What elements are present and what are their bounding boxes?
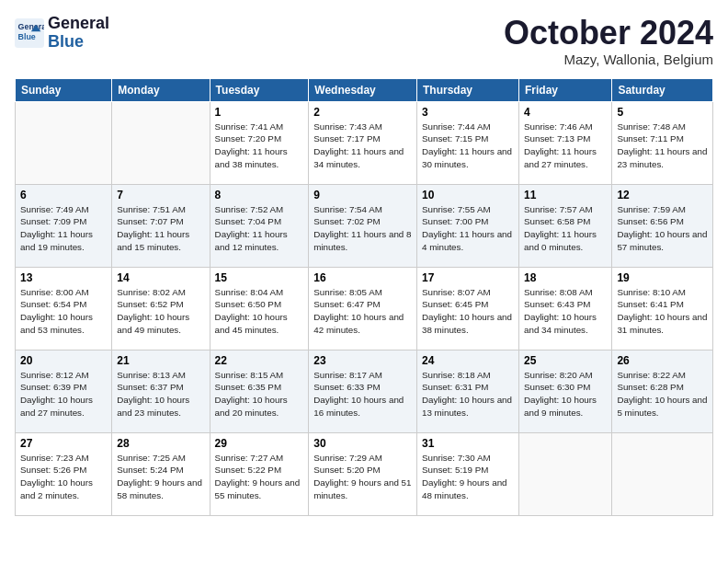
day-number: 2: [313, 106, 412, 119]
day-info: Sunrise: 7:52 AM Sunset: 7:04 PM Dayligh…: [215, 203, 304, 254]
logo-text: General Blue: [48, 15, 109, 52]
calendar-cell: [16, 101, 112, 184]
calendar-cell: 17Sunrise: 8:07 AM Sunset: 6:45 PM Dayli…: [416, 267, 518, 350]
calendar-cell: 25Sunrise: 8:20 AM Sunset: 6:30 PM Dayli…: [519, 350, 612, 432]
col-header-friday: Friday: [519, 78, 612, 101]
col-header-thursday: Thursday: [416, 78, 518, 101]
calendar-cell: 15Sunrise: 8:04 AM Sunset: 6:50 PM Dayli…: [210, 267, 309, 350]
day-info: Sunrise: 7:23 AM Sunset: 5:26 PM Dayligh…: [20, 452, 107, 502]
calendar-week-row: 1Sunrise: 7:41 AM Sunset: 7:20 PM Daylig…: [16, 101, 713, 184]
day-info: Sunrise: 7:48 AM Sunset: 7:11 PM Dayligh…: [617, 121, 708, 171]
day-number: 7: [117, 189, 204, 201]
calendar-cell: 9Sunrise: 7:54 AM Sunset: 7:02 PM Daylig…: [309, 184, 417, 267]
calendar-cell: 29Sunrise: 7:27 AM Sunset: 5:22 PM Dayli…: [210, 432, 309, 515]
day-info: Sunrise: 8:22 AM Sunset: 6:28 PM Dayligh…: [617, 369, 708, 419]
day-info: Sunrise: 7:41 AM Sunset: 7:20 PM Dayligh…: [215, 121, 304, 171]
day-number: 26: [617, 354, 708, 367]
col-header-sunday: Sunday: [16, 78, 112, 101]
calendar-cell: 5Sunrise: 7:48 AM Sunset: 7:11 PM Daylig…: [612, 101, 713, 184]
day-number: 27: [20, 437, 107, 450]
day-info: Sunrise: 8:00 AM Sunset: 6:54 PM Dayligh…: [20, 286, 107, 337]
day-info: Sunrise: 7:27 AM Sunset: 5:22 PM Dayligh…: [215, 452, 304, 502]
day-info: Sunrise: 8:13 AM Sunset: 6:37 PM Dayligh…: [117, 369, 204, 419]
day-number: 15: [215, 271, 304, 284]
calendar-cell: 30Sunrise: 7:29 AM Sunset: 5:20 PM Dayli…: [309, 432, 417, 515]
day-number: 29: [215, 437, 304, 450]
day-info: Sunrise: 8:12 AM Sunset: 6:39 PM Dayligh…: [20, 369, 107, 419]
day-info: Sunrise: 7:44 AM Sunset: 7:15 PM Dayligh…: [422, 121, 514, 171]
day-number: 13: [20, 271, 107, 284]
calendar-cell: 12Sunrise: 7:59 AM Sunset: 6:56 PM Dayli…: [612, 184, 713, 267]
page-header: General Blue General Blue October 2024 M…: [15, 15, 713, 67]
col-header-saturday: Saturday: [612, 78, 713, 101]
calendar-week-row: 13Sunrise: 8:00 AM Sunset: 6:54 PM Dayli…: [16, 267, 713, 350]
day-info: Sunrise: 8:08 AM Sunset: 6:43 PM Dayligh…: [524, 286, 607, 337]
day-info: Sunrise: 7:55 AM Sunset: 7:00 PM Dayligh…: [422, 203, 514, 254]
calendar-header-row: SundayMondayTuesdayWednesdayThursdayFrid…: [16, 78, 713, 101]
day-info: Sunrise: 7:54 AM Sunset: 7:02 PM Dayligh…: [313, 203, 412, 254]
calendar-cell: 24Sunrise: 8:18 AM Sunset: 6:31 PM Dayli…: [416, 350, 518, 432]
calendar-cell: 7Sunrise: 7:51 AM Sunset: 7:07 PM Daylig…: [112, 184, 210, 267]
day-number: 19: [617, 271, 708, 284]
day-number: 4: [524, 106, 607, 119]
day-number: 1: [215, 106, 304, 119]
calendar-cell: [612, 432, 713, 515]
logo-icon: General Blue: [15, 18, 44, 48]
calendar-cell: 8Sunrise: 7:52 AM Sunset: 7:04 PM Daylig…: [210, 184, 309, 267]
calendar-cell: 28Sunrise: 7:25 AM Sunset: 5:24 PM Dayli…: [112, 432, 210, 515]
day-info: Sunrise: 7:30 AM Sunset: 5:19 PM Dayligh…: [422, 452, 514, 502]
day-info: Sunrise: 7:29 AM Sunset: 5:20 PM Dayligh…: [313, 452, 412, 502]
day-number: 25: [524, 354, 607, 367]
day-number: 10: [422, 189, 514, 201]
day-info: Sunrise: 8:15 AM Sunset: 6:35 PM Dayligh…: [215, 369, 304, 419]
day-number: 24: [422, 354, 514, 367]
calendar-week-row: 6Sunrise: 7:49 AM Sunset: 7:09 PM Daylig…: [16, 184, 713, 267]
calendar-cell: 1Sunrise: 7:41 AM Sunset: 7:20 PM Daylig…: [210, 101, 309, 184]
day-number: 20: [20, 354, 107, 367]
day-info: Sunrise: 7:25 AM Sunset: 5:24 PM Dayligh…: [117, 452, 204, 502]
day-number: 6: [20, 189, 107, 201]
calendar-cell: 11Sunrise: 7:57 AM Sunset: 6:58 PM Dayli…: [519, 184, 612, 267]
calendar-cell: 26Sunrise: 8:22 AM Sunset: 6:28 PM Dayli…: [612, 350, 713, 432]
col-header-tuesday: Tuesday: [210, 78, 309, 101]
day-info: Sunrise: 8:10 AM Sunset: 6:41 PM Dayligh…: [617, 286, 708, 337]
day-info: Sunrise: 7:59 AM Sunset: 6:56 PM Dayligh…: [617, 203, 708, 254]
col-header-monday: Monday: [112, 78, 210, 101]
calendar-table: SundayMondayTuesdayWednesdayThursdayFrid…: [15, 78, 713, 516]
day-number: 14: [117, 271, 204, 284]
day-number: 31: [422, 437, 514, 450]
day-info: Sunrise: 7:51 AM Sunset: 7:07 PM Dayligh…: [117, 203, 204, 254]
calendar-cell: 16Sunrise: 8:05 AM Sunset: 6:47 PM Dayli…: [309, 267, 417, 350]
calendar-cell: 13Sunrise: 8:00 AM Sunset: 6:54 PM Dayli…: [16, 267, 112, 350]
day-number: 3: [422, 106, 514, 119]
month-title: October 2024: [504, 15, 713, 52]
calendar-cell: 2Sunrise: 7:43 AM Sunset: 7:17 PM Daylig…: [309, 101, 417, 184]
day-info: Sunrise: 8:05 AM Sunset: 6:47 PM Dayligh…: [313, 286, 412, 337]
day-number: 12: [617, 189, 708, 201]
logo: General Blue General Blue: [15, 15, 109, 52]
day-info: Sunrise: 7:49 AM Sunset: 7:09 PM Dayligh…: [20, 203, 107, 254]
calendar-cell: 14Sunrise: 8:02 AM Sunset: 6:52 PM Dayli…: [112, 267, 210, 350]
calendar-cell: 3Sunrise: 7:44 AM Sunset: 7:15 PM Daylig…: [416, 101, 518, 184]
calendar-cell: 4Sunrise: 7:46 AM Sunset: 7:13 PM Daylig…: [519, 101, 612, 184]
svg-text:Blue: Blue: [18, 32, 36, 41]
day-number: 28: [117, 437, 204, 450]
day-info: Sunrise: 8:07 AM Sunset: 6:45 PM Dayligh…: [422, 286, 514, 337]
day-info: Sunrise: 8:04 AM Sunset: 6:50 PM Dayligh…: [215, 286, 304, 337]
calendar-cell: 22Sunrise: 8:15 AM Sunset: 6:35 PM Dayli…: [210, 350, 309, 432]
calendar-cell: 31Sunrise: 7:30 AM Sunset: 5:19 PM Dayli…: [416, 432, 518, 515]
day-info: Sunrise: 7:43 AM Sunset: 7:17 PM Dayligh…: [313, 121, 412, 171]
calendar-week-row: 27Sunrise: 7:23 AM Sunset: 5:26 PM Dayli…: [16, 432, 713, 515]
day-info: Sunrise: 7:46 AM Sunset: 7:13 PM Dayligh…: [524, 121, 607, 171]
day-info: Sunrise: 7:57 AM Sunset: 6:58 PM Dayligh…: [524, 203, 607, 254]
day-number: 11: [524, 189, 607, 201]
calendar-cell: 27Sunrise: 7:23 AM Sunset: 5:26 PM Dayli…: [16, 432, 112, 515]
calendar-cell: 10Sunrise: 7:55 AM Sunset: 7:00 PM Dayli…: [416, 184, 518, 267]
day-number: 18: [524, 271, 607, 284]
day-number: 8: [215, 189, 304, 201]
calendar-cell: 18Sunrise: 8:08 AM Sunset: 6:43 PM Dayli…: [519, 267, 612, 350]
day-number: 9: [313, 189, 412, 201]
calendar-cell: [112, 101, 210, 184]
day-number: 30: [313, 437, 412, 450]
svg-text:General: General: [18, 22, 44, 31]
